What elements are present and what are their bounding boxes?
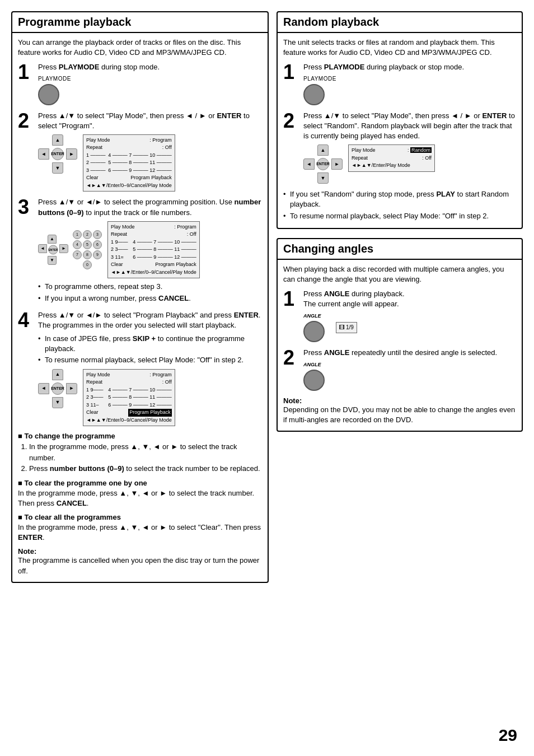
random-dpad-down: ▼ [317,172,329,184]
left-column: Programme playback You can arrange the p… [11,11,269,592]
num-2: 2 [83,230,92,239]
angles-step-1-number: 1 [283,289,299,309]
programme-step-3: 3 Press ▲/▼ or ◄/► to select the program… [18,197,262,304]
step-4-number: 4 [18,310,34,330]
angle-label-1: ANGLE [303,312,321,320]
random-dpad: ▲ ▼ ◄ ► ENTER [303,144,343,184]
programme-intro: You can arrange the playback order of tr… [18,38,262,58]
osd-step2: Play Mode: Program Repeat: Off 1 ———4 ——… [83,134,175,192]
dpad-down-s3: ▼ [48,256,57,265]
random-step-1-content: Press PLAYMODE during playback or stop m… [303,62,516,105]
num-9: 9 [93,250,102,259]
step-3-visual: ▲ ▼ ◄ ► ENTER 1 2 3 [38,221,262,279]
programme-step-2: 2 Press ▲/▼ to select "Play Mode", then … [18,111,262,192]
random-playmode-button [303,84,325,105]
step4-bullet-1: In case of JPEG file, press SKIP + to co… [38,334,262,354]
dpad-left: ◄ [38,148,49,160]
angle-value: 1/9 [346,324,354,332]
step-2-content: Press ▲/▼ to select "Play Mode", then pr… [38,111,262,192]
random-dpad-left: ◄ [303,158,315,170]
playmode-round-button [38,84,59,105]
to-clear-all-title: ■ To clear all the programmes [18,513,262,521]
angles-step-2-content: Press ANGLE repeatedly until the desired… [303,348,516,391]
osd-step3: Play Mode: Program Repeat: Off 1 9——4 ——… [107,221,200,279]
changing-angles-section: Changing angles When playing back a disc… [277,238,523,432]
dpad-down-s4: ▼ [52,397,63,408]
to-clear-one-title: ■ To clear the programme one by one [18,479,262,487]
random-playback-section: Random playback The unit selects tracks … [277,11,523,229]
programme-playback-body: You can arrange the playback order of tr… [12,38,268,576]
step-1-content: Press PLAYMODE during stop mode. PLAYMOD… [38,62,262,105]
angles-step-2: 2 Press ANGLE repeatedly until the desir… [283,348,516,391]
playmode-label: PLAYMODE [38,75,71,83]
num-3: 3 [93,230,102,239]
num-8: 8 [83,250,92,259]
dpad-center-s3: ENTER [49,245,58,255]
cancel-bold: CANCEL [158,294,189,302]
dpad-right-s3: ► [59,244,68,253]
playmode-button-visual: PLAYMODE [38,75,262,105]
random-step2-visual: ▲ ▼ ◄ ► ENTER Play Mode: Random Repeat: … [303,144,516,184]
random-dpad-center: ENTER [317,158,329,170]
programme-step-4: 4 Press ▲/▼ or ◄/► to select "Program Pl… [18,310,262,426]
angle-indicator: 🎞 1/9 [336,322,357,333]
random-bullet-1: If you set "Random" during stop mode, pr… [283,189,516,209]
programme-playback-section: Programme playback You can arrange the p… [11,11,269,583]
angle-btn-2: ANGLE [303,361,516,391]
angles-step-2-number: 2 [283,348,299,368]
dpad-up-s4: ▲ [52,369,63,380]
note-text: The programme is cancelled when you open… [18,556,262,576]
num-5: 5 [83,240,92,249]
random-step-2: 2 Press ▲/▼ to select "Play Mode", then … [283,111,516,184]
random-playmode-label: PLAYMODE [303,75,336,83]
step4-bullet-2: To resume normal playback, select Play M… [38,355,262,365]
num-7: 7 [73,250,82,259]
page-number: 29 [499,726,517,745]
to-change-title: ■ To change the programme [18,432,262,440]
to-clear-one: ■ To clear the programme one by one In t… [18,479,262,508]
random-playback-body: The unit selects tracks or files at rand… [278,38,522,221]
dpad-down: ▼ [52,162,63,174]
osd-highlight-program: Program Playback [128,409,172,417]
random-playmode-visual: PLAYMODE [303,75,516,105]
angle-round-btn-2 [303,370,325,391]
num-6: 6 [93,240,102,249]
to-clear-all: ■ To clear all the programmes In the pro… [18,513,262,543]
num-0: 0 [83,260,92,269]
random-intro: The unit selects tracks or files at rand… [283,38,516,58]
dpad-up-s3: ▲ [48,235,57,244]
to-change-programme: ■ To change the programme In the program… [18,432,262,474]
change-step-1: In the programme mode, press ▲, ▼, ◄ or … [29,441,262,463]
dpad-step2: ▲ ▼ ◄ ► ENTER [38,134,77,174]
step-4-visual: ▲ ▼ ◄ ► ENTER Play Mode: Program Repeat:… [38,369,262,427]
programme-playback-title: Programme playback [12,12,268,33]
angles-step1-visual: ANGLE 🎞 1/9 [303,312,516,342]
dpad-step4: ▲ ▼ ◄ ► ENTER [38,369,77,408]
angles-note-text: Depending on the DVD, you may not be abl… [283,405,516,425]
programme-step-1: 1 Press PLAYMODE during stop mode. PLAYM… [18,62,262,105]
osd-step4: Play Mode: Program Repeat: Off 1 9——4 ——… [83,369,175,427]
to-clear-one-text: In the programme mode, press ▲, ▼, ◄ or … [18,488,262,508]
random-step-2-content: Press ▲/▼ to select "Play Mode", then pr… [303,111,516,184]
note-label: Note: [18,547,36,556]
angles-step2-visual: ANGLE [303,361,516,391]
random-bullets: If you set "Random" during stop mode, pr… [283,189,516,221]
angle-label-2: ANGLE [303,361,321,368]
dpad-center-s4: ENTER [51,382,64,395]
page-container: Programme playback You can arrange the p… [0,0,534,614]
dpad-up: ▲ [52,134,63,146]
step-2-bold: ENTER [217,111,241,120]
random-osd: Play Mode: Random Repeat: Off ◄►▲▼/Enter… [348,144,435,172]
bullet-1: To programme others, repeat step 3. [38,282,262,292]
random-playmode-bold: PLAYMODE [324,63,364,71]
angles-step-1: 1 Press ANGLE during playback.The curren… [283,289,516,342]
step-4-content: Press ▲/▼ or ◄/► to select "Program Play… [38,310,262,426]
random-playback-title: Random playback [278,12,522,33]
angles-step-1-content: Press ANGLE during playback.The current … [303,289,516,342]
right-column: Random playback The unit selects tracks … [277,11,523,441]
random-step-1: 1 Press PLAYMODE during playback or stop… [283,62,516,105]
step-1-number: 1 [18,62,34,82]
random-dpad-right: ► [331,158,343,170]
numpad: 1 2 3 4 5 6 7 8 9 0 [73,230,102,269]
step-1-bold: PLAYMODE [59,63,99,71]
